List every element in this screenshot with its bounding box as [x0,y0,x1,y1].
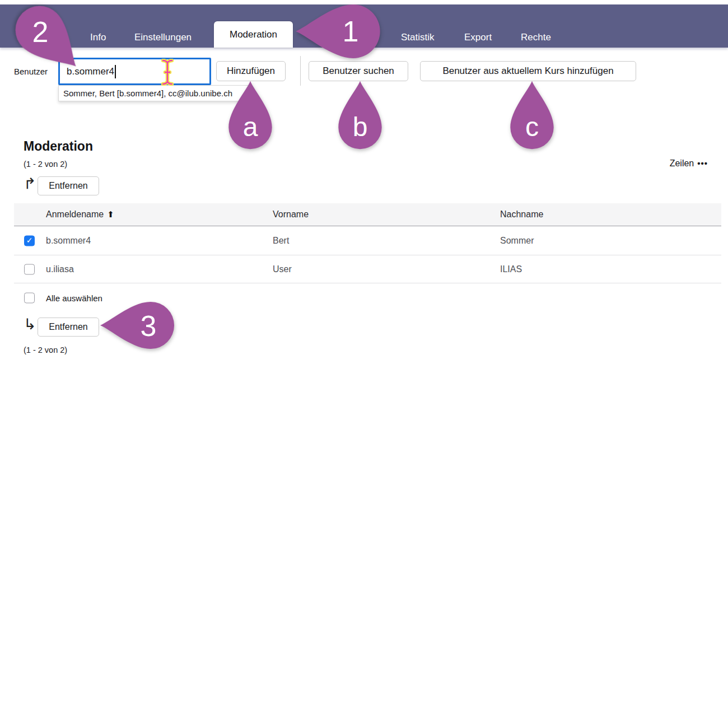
rows-label: Zeilen [670,158,694,168]
tab-export[interactable]: Export [464,32,492,43]
tab-info[interactable]: Info [90,32,106,43]
cell-anmeldename: b.sommer4 [46,236,91,246]
cell-anmeldename: u.iliasa [46,264,74,274]
mouse-ibeam-cursor-icon [161,59,174,88]
moderators-table: Anmeldename⬆ Vorname Nachname b.sommer4 … [14,203,721,283]
rows-menu-icon[interactable]: ••• [697,158,708,168]
callout-3 [99,298,176,353]
result-range-bottom: (1 - 2 von 2) [24,346,67,354]
sort-ascending-icon[interactable]: ⬆ [107,209,114,219]
benutzer-aus-kurs-button[interactable]: Benutzer aus aktuellem Kurs hinzufügen [420,61,636,81]
cell-vorname: User [273,264,292,274]
select-all-label: Alle auswählen [46,293,102,303]
apply-to-selected-bottom-arrow-icon: ↳ [24,317,36,332]
select-all-checkbox[interactable] [24,293,35,304]
tab-moderation-active[interactable]: Moderation [214,21,293,48]
row-checkbox[interactable] [24,264,35,274]
ilias-moderation-page: Info Einstellungen ritt Statistik Export… [0,0,728,728]
autocomplete-suggestion[interactable]: Sommer, Bert [b.sommer4], cc@ilub.unibe.… [58,85,250,101]
text-caret [115,65,116,78]
column-header-nachname[interactable]: Nachname [500,209,543,220]
callout-b [335,80,385,151]
cell-nachname: ILIAS [500,264,522,274]
callout-1 [295,0,382,63]
entfernen-top-button[interactable]: Entfernen [38,176,99,195]
tab-einstellungen[interactable]: Einstellungen [134,32,192,43]
cell-nachname: Sommer [500,236,534,246]
tab-statistik[interactable]: Statistik [401,32,435,43]
column-header-label: Anmeldename [46,209,104,219]
table-row: u.iliasa User ILIAS [14,255,721,283]
entfernen-bottom-button[interactable]: Entfernen [38,318,99,337]
section-title: Moderation [24,139,93,154]
column-header-vorname[interactable]: Vorname [273,209,309,220]
table-row: b.sommer4 Bert Sommer [14,226,721,255]
table-header-row: Anmeldename⬆ Vorname Nachname [14,203,721,226]
callout-a [225,80,276,151]
result-range-top: (1 - 2 von 2) [24,160,67,169]
rows-control: Zeilen••• [670,158,708,169]
tab-rechte[interactable]: Rechte [521,32,551,43]
hinzufuegen-button[interactable]: Hinzufügen [216,61,286,81]
row-checkbox[interactable] [24,235,35,246]
cell-vorname: Bert [273,236,289,246]
callout-c [507,80,557,151]
callout-2 [12,0,68,58]
benutzer-suchen-button[interactable]: Benutzer suchen [309,61,408,81]
column-header-anmeldename[interactable]: Anmeldename⬆ [46,209,114,220]
apply-to-selected-top-arrow-icon: ↱ [24,176,36,192]
